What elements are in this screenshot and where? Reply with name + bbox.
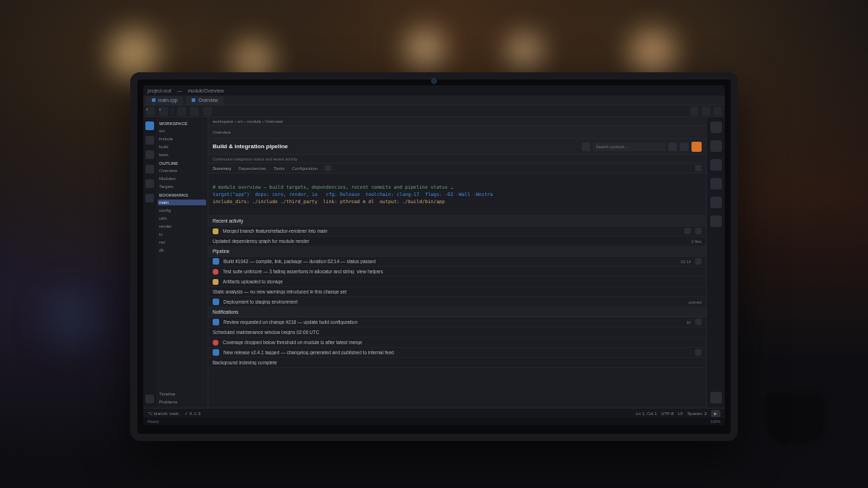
extensions-icon[interactable] [145,179,154,188]
row-text: Build #1042 — compile, link, package — d… [224,259,676,264]
open-file-name: module/Overview [187,88,224,93]
explorer-item[interactable]: src [159,128,205,134]
list-item[interactable]: Scheduled maintenance window begins 02:0… [208,328,706,338]
grid-view-icon[interactable] [695,165,702,171]
info-icon[interactable] [582,142,590,151]
bokeh-light [629,29,676,76]
status-bar: ⌥ branch: main ✓ 0 ⚠ 3 Ln 1, Col 1 UTF-8… [143,408,725,418]
explorer-item[interactable]: build [159,144,205,150]
explorer-item[interactable]: db [159,247,205,253]
explorer-item[interactable]: Modules [159,176,205,181]
list-item[interactable]: Static analysis — no new warnings introd… [208,287,706,297]
testing-icon[interactable] [145,194,154,202]
list-item[interactable]: Test suite unit/core — 3 failing asserti… [208,267,706,277]
terminal-icon[interactable] [710,159,722,171]
row-action-icon[interactable] [695,228,702,234]
explorer-item[interactable]: net [159,239,205,245]
cursor-position[interactable]: Ln 1, Col 1 [636,411,657,416]
explorer-item[interactable]: config [159,207,205,213]
list-item[interactable]: Coverage dropped below threshold on modu… [208,338,706,348]
editor-tabbar: main.cpp Overview [143,95,725,106]
run-button[interactable] [692,142,702,152]
row-action-icon[interactable] [695,349,702,356]
debug-icon[interactable] [145,165,154,174]
split-editor-icon[interactable] [702,107,710,116]
list-item[interactable]: Build #1042 — compile, link, package — d… [208,257,706,267]
bokeh-light [43,289,101,347]
panel-tab[interactable]: Summary [213,166,231,171]
row-text: New release v2.4.1 tagged — changelog ge… [224,350,686,355]
explorer-item[interactable]: render [159,223,205,229]
branch-indicator[interactable]: ⌥ branch: main [148,411,179,416]
row-action-icon[interactable] [684,228,691,234]
bookmarks-icon[interactable] [710,197,722,208]
expand-icon[interactable] [325,165,331,171]
explorer-item[interactable]: io [159,231,205,237]
list-item[interactable]: Review requested on change #218 — update… [208,317,706,328]
list-item[interactable]: New release v2.4.1 tagged — changelog ge… [208,348,706,358]
footer-bar: Ready 100% [143,418,725,425]
nav-back-button[interactable]: ‹ [146,107,155,116]
main-toolbar: ‹ › [143,106,725,117]
save-icon[interactable] [177,107,186,116]
explorer-item[interactable]: include [159,136,205,142]
more-icon[interactable] [713,107,722,116]
footer-status: Ready [148,419,159,424]
explorer-footer-item[interactable]: Timeline [159,391,205,397]
list-item[interactable]: Deployment to staging environment queued [208,297,706,307]
explorer-item[interactable]: tests [159,152,205,158]
explorer-item[interactable]: utils [159,215,205,221]
bokeh-light [405,29,445,69]
filter-icon[interactable] [668,142,677,151]
collapse-icon[interactable] [710,392,722,403]
refresh-icon[interactable] [680,142,689,151]
explorer-item-selected[interactable]: main [158,200,206,205]
panel-title-row: Build & integration pipeline Search symb… [208,139,706,155]
explorer-item[interactable]: Targets [159,184,205,189]
preview-icon[interactable] [710,140,722,152]
explorer-footer-item[interactable]: Problems [159,399,205,405]
breadcrumb-path: workspace › src › module › Overview [213,119,283,124]
status-icon [213,258,219,265]
run-indicator[interactable]: ▶ [711,410,720,417]
settings-icon[interactable] [145,395,154,403]
search-icon[interactable] [145,136,154,145]
panel-tab[interactable]: Tasks [273,166,284,171]
list-item[interactable]: Background indexing complete [208,358,706,368]
search-placeholder: Search symbols… [596,145,629,149]
indent-indicator[interactable]: Spaces: 2 [687,411,707,416]
code-line: # module overview — build targets, depen… [213,184,454,190]
row-action-icon[interactable] [695,319,702,325]
redo-icon[interactable] [203,107,212,116]
nav-forward-button[interactable]: › [159,107,168,116]
encoding-indicator[interactable]: UTF-8 [661,411,673,416]
list-item[interactable]: Merged branch feature/refactor-renderer … [208,226,706,236]
row-meta: 1h [686,320,691,325]
code-line: target("app") deps: core, render, io cfg… [213,192,493,197]
breadcrumb[interactable]: workspace › src › module › Overview [208,117,706,126]
panel-tab[interactable]: Dependencies [239,166,266,171]
problems-indicator[interactable]: ✓ 0 ⚠ 3 [184,411,200,416]
panel-tab[interactable]: Configuration [292,166,318,171]
section-header: Pipeline [208,247,706,257]
layout-icon[interactable] [690,107,699,116]
list-item[interactable]: Updated dependency graph for module rend… [208,236,706,247]
panel-tabs: Summary Dependencies Tasks Configuration [208,163,706,174]
zoom-level: 100% [710,419,720,424]
editor-tab[interactable]: Overview [186,96,224,105]
help-icon[interactable] [710,215,722,227]
source-control-icon[interactable] [145,150,154,159]
search-input[interactable]: Search symbols… [593,142,665,151]
list-item[interactable]: Artifacts uploaded to storage [208,277,706,287]
database-icon[interactable] [710,178,722,189]
tab-label: Overview [198,98,218,103]
code-line: include_dirs: ./include ./third_party li… [213,199,445,205]
explorer-item[interactable]: Overview [159,168,205,174]
explorer-icon[interactable] [145,121,154,130]
error-icon [213,269,218,275]
outline-icon[interactable] [710,121,722,133]
row-action-icon[interactable] [695,258,702,265]
editor-tab[interactable]: main.cpp [146,96,183,105]
undo-icon[interactable] [190,107,199,116]
eol-indicator[interactable]: LF [678,411,683,416]
